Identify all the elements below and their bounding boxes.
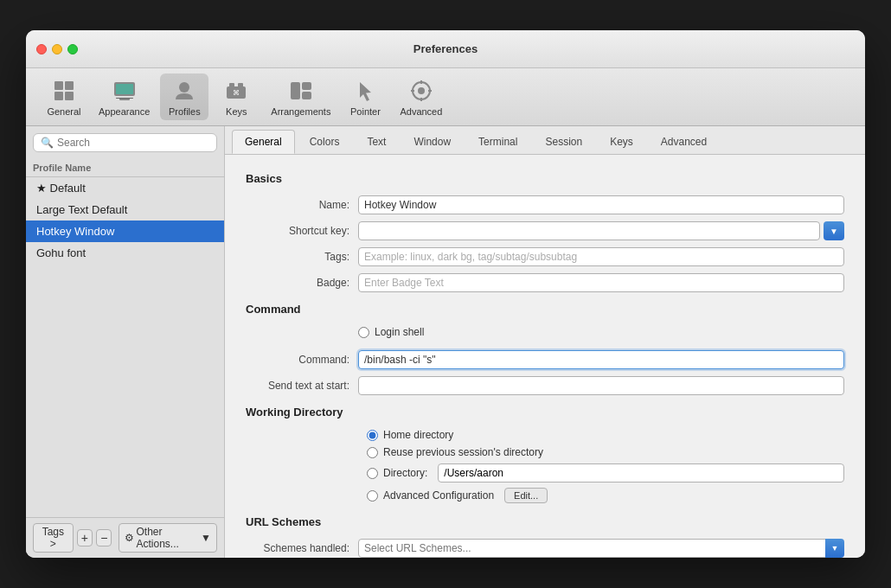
send-text-input[interactable] [358,376,844,395]
toolbar-pointer-label: Pointer [350,106,381,117]
wd-section-title: Working Directory [246,406,844,419]
close-button[interactable] [36,44,47,54]
tab-text[interactable]: Text [354,130,399,154]
directory-radio[interactable] [367,468,378,479]
tab-colors[interactable]: Colors [297,130,353,154]
advanced-config-radio[interactable] [367,490,378,502]
toolbar-profiles-label: Profiles [169,106,201,117]
toolbar-advanced-label: Advanced [400,106,442,117]
toolbar-arrangements[interactable]: Arrangements [264,74,337,120]
home-dir-label: Home directory [383,429,453,441]
svg-rect-15 [302,92,311,99]
sidebar: 🔍 Profile Name ★ Default Large Text Defa… [26,126,225,558]
tab-session[interactable]: Session [532,130,595,154]
tags-control [358,247,844,266]
badge-row: Badge: [246,273,844,292]
search-input[interactable] [57,137,209,149]
badge-label: Badge: [246,277,358,289]
svg-rect-0 [54,81,63,90]
tab-terminal[interactable]: Terminal [465,130,530,154]
toolbar-keys[interactable]: ⌘ Keys [212,74,260,120]
svg-rect-13 [291,82,300,99]
add-profile-button[interactable]: + [77,529,93,546]
advanced-config-row: Advanced Configuration Edit... [367,488,844,503]
command-input[interactable] [358,350,844,369]
shortcut-dropdown-button[interactable]: ▼ [824,221,844,240]
profile-item-default[interactable]: ★ Default [26,177,224,199]
reuse-session-label: Reuse previous session's directory [383,446,543,458]
svg-rect-14 [302,82,311,90]
url-dropdown-button[interactable]: ▼ [825,539,844,558]
traffic-lights [36,44,78,54]
profile-item-gohu-font[interactable]: Gohu font [26,242,224,264]
login-shell-radio-row: Login shell [358,326,844,338]
command-label: Command: [246,354,358,366]
other-actions-gear-icon: ⚙ [125,532,134,544]
toolbar-general[interactable]: General [40,74,88,120]
badge-input[interactable] [358,273,844,292]
tags-input[interactable] [358,247,844,266]
login-shell-control: Login shell [358,326,844,343]
content-area: 🔍 Profile Name ★ Default Large Text Defa… [26,126,865,558]
home-dir-radio[interactable] [367,430,378,441]
tags-label: Tags: [246,251,358,263]
general-icon [50,77,78,105]
login-shell-radio[interactable] [358,327,369,338]
toolbar-advanced[interactable]: Advanced [393,74,449,120]
svg-rect-3 [65,92,74,100]
name-input[interactable] [358,195,844,214]
command-row: Command: [246,350,844,369]
appearance-icon [111,77,138,105]
profile-item-large-text[interactable]: Large Text Default [26,199,224,220]
toolbar-profiles[interactable]: Profiles [160,74,208,120]
other-actions-arrow-icon: ▼ [201,532,211,544]
tab-keys[interactable]: Keys [597,130,646,154]
advanced-config-label: Advanced Configuration [383,489,494,502]
toolbar: General Appearance Profiles [26,68,865,126]
minimize-button[interactable] [52,44,62,54]
shortcut-input[interactable] [358,221,820,240]
tab-general[interactable]: General [232,130,295,154]
toolbar-arrangements-label: Arrangements [271,106,330,117]
send-text-label: Send text at start: [246,380,358,392]
tab-advanced[interactable]: Advanced [648,130,720,154]
home-dir-row: Home directory [367,429,844,441]
maximize-button[interactable] [67,44,78,54]
svg-rect-7 [116,84,133,94]
url-section-title: URL Schemes [246,515,844,528]
main-panel: General Colors Text Window Terminal Sess… [225,126,865,558]
profiles-icon [170,77,198,105]
toolbar-appearance-label: Appearance [99,106,150,117]
svg-point-17 [418,87,425,94]
arrangements-icon [287,77,315,105]
directory-input[interactable] [438,463,844,483]
directory-row: Directory: [367,463,844,483]
remove-profile-button[interactable]: − [96,529,112,546]
shortcut-row: Shortcut key: ▼ [246,221,844,240]
toolbar-appearance[interactable]: Appearance [92,74,157,120]
tags-button[interactable]: Tags > [33,523,74,553]
reuse-session-row: Reuse previous session's directory [367,446,844,458]
other-actions-label: Other Actions... [136,526,199,550]
name-label: Name: [246,199,358,211]
tab-window[interactable]: Window [401,130,464,154]
reuse-session-radio[interactable] [367,447,378,458]
send-text-control [358,376,844,395]
url-schemes-input[interactable] [358,539,826,558]
toolbar-pointer[interactable]: Pointer [341,74,389,120]
shortcut-control: ▼ [358,221,844,240]
tab-bar: General Colors Text Window Terminal Sess… [225,126,865,155]
send-text-row: Send text at start: [246,376,844,395]
wd-options: Home directory Reuse previous session's … [367,429,844,503]
directory-radio-label: Directory: [383,467,427,479]
search-box[interactable]: 🔍 [33,133,217,152]
command-control [358,350,844,369]
command-section-title: Command [246,303,844,316]
name-control [358,195,844,214]
shortcut-label: Shortcut key: [246,225,358,237]
edit-button[interactable]: Edit... [504,488,548,503]
profile-item-hotkey-window[interactable]: Hotkey Window [26,220,224,242]
other-actions-button[interactable]: ⚙ Other Actions... ▼ [119,523,217,553]
svg-rect-2 [54,92,63,100]
keys-icon: ⌘ [222,77,250,105]
